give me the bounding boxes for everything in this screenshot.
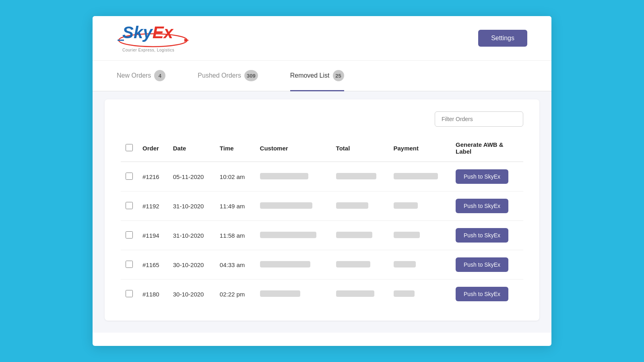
row-order: #1165 bbox=[138, 250, 168, 280]
row-checkbox-#1192[interactable] bbox=[126, 202, 133, 209]
logo: SkyEx Courier Express, Logistics bbox=[117, 24, 189, 52]
push-to-skyex-button[interactable]: Push to SkyEx bbox=[456, 228, 508, 243]
logo-ex-text: Ex bbox=[153, 23, 173, 42]
content-card: Order Date Time Customer Total Payment G… bbox=[105, 99, 539, 321]
push-to-skyex-button[interactable]: Push to SkyEx bbox=[456, 287, 508, 301]
col-checkbox bbox=[121, 136, 138, 162]
col-generate-awb: Generate AWB & Label bbox=[451, 136, 523, 162]
row-push-btn-cell: Push to SkyEx bbox=[451, 280, 523, 309]
table-row: #1194 31-10-2020 11:58 am Push to SkyEx bbox=[121, 221, 523, 250]
row-date: 30-10-2020 bbox=[168, 250, 215, 280]
table-row: #1192 31-10-2020 11:49 am Push to SkyEx bbox=[121, 191, 523, 221]
main-content: Order Date Time Customer Total Payment G… bbox=[93, 91, 551, 333]
push-to-skyex-button[interactable]: Push to SkyEx bbox=[456, 199, 508, 213]
logo-tagline: Courier Express, Logistics bbox=[122, 48, 174, 52]
row-date: 30-10-2020 bbox=[168, 280, 215, 309]
tab-new-orders-label: New Orders bbox=[117, 72, 151, 79]
row-push-btn-cell: Push to SkyEx bbox=[451, 191, 523, 221]
col-total: Total bbox=[331, 136, 389, 162]
row-push-btn-cell: Push to SkyEx bbox=[451, 221, 523, 250]
table-header-row: Order Date Time Customer Total Payment G… bbox=[121, 136, 523, 162]
row-time: 04:33 am bbox=[215, 250, 255, 280]
row-checkbox-cell bbox=[121, 250, 138, 280]
tab-removed-list[interactable]: Removed List 25 bbox=[290, 61, 344, 91]
row-date: 31-10-2020 bbox=[168, 221, 215, 250]
row-time: 11:49 am bbox=[215, 191, 255, 221]
select-all-checkbox[interactable] bbox=[126, 144, 133, 151]
row-time: 02:22 pm bbox=[215, 280, 255, 309]
row-payment bbox=[389, 162, 451, 191]
col-order: Order bbox=[138, 136, 168, 162]
row-push-btn-cell: Push to SkyEx bbox=[451, 162, 523, 191]
row-time: 10:02 am bbox=[215, 162, 255, 191]
row-checkbox-#1165[interactable] bbox=[126, 261, 133, 268]
row-push-btn-cell: Push to SkyEx bbox=[451, 250, 523, 280]
tabs-bar: New Orders 4 Pushed Orders 309 Removed L… bbox=[93, 61, 551, 91]
tab-removed-list-badge: 25 bbox=[333, 70, 344, 81]
table-row: #1180 30-10-2020 02:22 pm Push to SkyEx bbox=[121, 280, 523, 309]
row-checkbox-#1180[interactable] bbox=[126, 290, 133, 297]
row-order: #1180 bbox=[138, 280, 168, 309]
col-time: Time bbox=[215, 136, 255, 162]
filter-row bbox=[121, 111, 523, 127]
row-payment bbox=[389, 191, 451, 221]
row-customer bbox=[255, 162, 331, 191]
row-checkbox-#1194[interactable] bbox=[126, 231, 133, 239]
row-order: #1216 bbox=[138, 162, 168, 191]
row-checkbox-cell bbox=[121, 280, 138, 309]
row-checkbox-cell bbox=[121, 162, 138, 191]
row-date: 05-11-2020 bbox=[168, 162, 215, 191]
row-payment bbox=[389, 250, 451, 280]
row-checkbox-cell bbox=[121, 221, 138, 250]
tab-pushed-orders[interactable]: Pushed Orders 309 bbox=[198, 61, 258, 91]
app-window: SkyEx Courier Express, Logistics Setting… bbox=[93, 16, 551, 346]
row-total bbox=[331, 280, 389, 309]
tab-pushed-orders-label: Pushed Orders bbox=[198, 72, 241, 79]
row-order: #1194 bbox=[138, 221, 168, 250]
row-customer bbox=[255, 250, 331, 280]
row-total bbox=[331, 221, 389, 250]
tab-removed-list-label: Removed List bbox=[290, 72, 330, 79]
row-customer bbox=[255, 221, 331, 250]
row-total bbox=[331, 162, 389, 191]
col-date: Date bbox=[168, 136, 215, 162]
row-total bbox=[331, 191, 389, 221]
row-total bbox=[331, 250, 389, 280]
table-row: #1165 30-10-2020 04:33 am Push to SkyEx bbox=[121, 250, 523, 280]
settings-button[interactable]: Settings bbox=[478, 30, 527, 47]
row-order: #1192 bbox=[138, 191, 168, 221]
row-time: 11:58 am bbox=[215, 221, 255, 250]
push-to-skyex-button[interactable]: Push to SkyEx bbox=[456, 169, 508, 184]
row-date: 31-10-2020 bbox=[168, 191, 215, 221]
row-payment bbox=[389, 221, 451, 250]
row-checkbox-cell bbox=[121, 191, 138, 221]
logo-sky-text: Sky bbox=[122, 23, 153, 42]
table-row: #1216 05-11-2020 10:02 am Push to SkyEx bbox=[121, 162, 523, 191]
row-checkbox-#1216[interactable] bbox=[126, 173, 133, 180]
col-customer: Customer bbox=[255, 136, 331, 162]
filter-orders-input[interactable] bbox=[435, 111, 523, 127]
row-customer bbox=[255, 280, 331, 309]
push-to-skyex-button[interactable]: Push to SkyEx bbox=[456, 257, 508, 272]
tab-new-orders-badge: 4 bbox=[154, 70, 165, 81]
col-payment: Payment bbox=[389, 136, 451, 162]
tab-new-orders[interactable]: New Orders 4 bbox=[117, 61, 165, 91]
row-payment bbox=[389, 280, 451, 309]
orders-table: Order Date Time Customer Total Payment G… bbox=[121, 136, 523, 309]
row-customer bbox=[255, 191, 331, 221]
header: SkyEx Courier Express, Logistics Setting… bbox=[93, 16, 551, 61]
tab-pushed-orders-badge: 309 bbox=[244, 70, 258, 81]
